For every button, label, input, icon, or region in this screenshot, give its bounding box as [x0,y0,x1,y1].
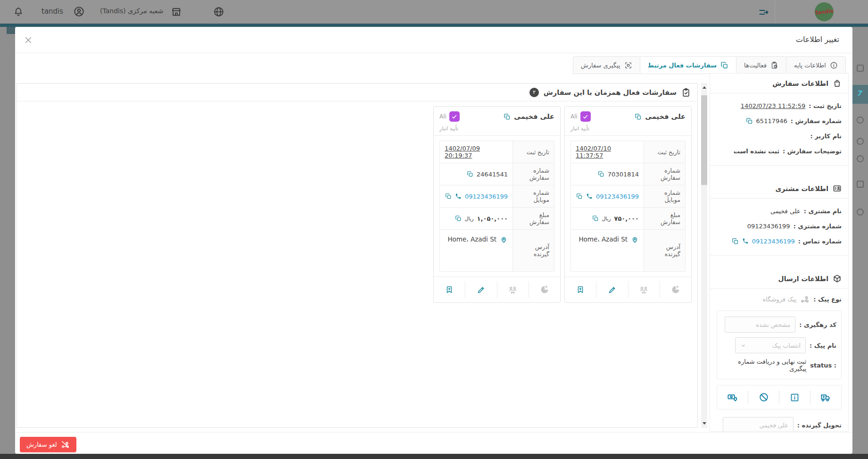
receiver-row: تحویل گیرنده : [710,409,848,432]
copy-icon[interactable] [467,171,473,177]
scooter-cancel-icon [61,440,70,449]
cancel-order-button[interactable]: لغو سفارش [20,437,76,452]
courier-type-value: پیک فروشگاه [763,296,797,303]
order-summary-sidebar: اطلاعات سفارش تاریخ ثبت : 1402/07/23 11:… [710,73,849,432]
globe-icon[interactable] [213,6,224,17]
copy-icon[interactable] [592,215,599,222]
card-actions [434,277,560,302]
package-icon [833,274,842,283]
card-status: تأیید انبار [439,125,554,132]
order-number: 70301814 [608,171,639,178]
courier-details-box: کد رهگیری : نام پیک : انتساب پیک status … [717,310,842,379]
ban-icon[interactable] [748,390,779,404]
footer-divider [15,432,852,433]
copy-icon[interactable] [576,193,583,200]
edit-pencil-icon[interactable] [465,281,497,298]
branch-name: شعبه مرکزی (Tandis) [100,7,163,15]
scrollbar-thumb[interactable] [701,95,707,185]
truck-plus-icon[interactable] [810,390,841,404]
courier-name-select[interactable]: انتساب پیک [735,337,806,353]
heading-text: سفارشات فعال همزمان با این سفارش [544,89,677,96]
order-info-header: اطلاعات سفارش [710,74,848,93]
contact-number-link[interactable]: 09123436199 [752,238,795,245]
modal-header: تغییر اطلاعات [15,27,852,53]
order-amount: ۱,۰۵۰,۰۰۰ [477,215,508,222]
mobile-link[interactable]: 09123436199 [596,193,639,200]
phone-icon[interactable] [742,238,749,244]
tab-activities[interactable]: فعالیت‌ها [736,56,786,74]
bag-icon [833,79,842,88]
pin-icon[interactable] [631,235,639,243]
order-number: 24641541 [477,171,508,178]
agent-check-icon [580,111,591,122]
phone-icon[interactable] [586,193,593,200]
copy-icon[interactable] [598,171,604,177]
top-app-bar: tandis شعبه مرکزی (Tandis) Tandis [0,0,868,24]
card-table: تاریخ ثبت 1402/07/10 11:37:57 شماره سفار… [570,141,686,272]
tandis-logo[interactable]: Tandis [815,2,834,21]
scroll-down-arrow[interactable] [701,420,707,427]
orders-count-badge: ۲ [529,88,539,97]
page-accent-band [0,24,868,27]
bell-icon[interactable] [13,7,24,17]
scooter-icon [800,294,810,304]
card-agent: Ali [570,111,591,122]
copy-icon[interactable] [732,238,739,245]
collapse-sidebar-icon[interactable] [758,7,769,18]
info-circle-icon [830,61,838,69]
money-pin-icon[interactable] [717,390,748,404]
avatar-icon[interactable] [73,6,85,17]
info-square-icon[interactable] [779,390,810,404]
chevron-down-icon [740,342,746,349]
topbar-divider [775,0,775,24]
customer-number: 09123436199 [747,223,790,230]
phone-icon[interactable] [455,193,462,200]
pin-icon[interactable] [500,235,508,243]
modal-title: تغییر اطلاعات [796,35,839,44]
clipboard-clock-icon [770,61,778,69]
bookmark-plus-icon[interactable] [434,281,465,298]
scan-icon [624,61,632,69]
related-orders-panel: سفارشات فعال همزمان با این سفارش ۲ علی ف… [17,83,698,428]
copy-icon[interactable] [504,113,511,120]
card-actions [565,277,691,302]
mobile-link[interactable]: 09123436199 [465,193,508,200]
order-card: علی فخیمی Ali تأیید انبار [433,106,561,303]
customer-info-header: اطلاعات مشتری [710,179,848,199]
discount-pie-icon[interactable] [660,281,691,298]
transfer-customer-icon[interactable] [497,281,529,298]
dimmed-active-menu-item: 7 [852,85,868,104]
related-orders-heading: سفارشات فعال همزمان با این سفارش ۲ [17,83,697,101]
card-customer-name: علی فخیمی [635,113,686,120]
receiver-address: Home، Azadi St [579,235,628,243]
copy-icon[interactable] [455,215,462,222]
tab-order-tracking[interactable]: پیگیری سفارش [573,56,640,74]
bookmark-plus-icon[interactable] [565,281,596,298]
order-date: 1402/07/09 20:19:37 [445,145,508,159]
modal-tabs: اطلاعات پایه فعالیت‌ها سفارشات فعال مرتب… [573,56,846,74]
dimmed-bottom-strip [0,454,868,459]
card-agent: Ali [439,111,460,122]
transfer-customer-icon[interactable] [628,281,660,298]
content-scrollbar[interactable] [701,83,707,428]
clipboard-check-icon [681,88,691,97]
scroll-up-arrow[interactable] [701,84,707,91]
receiver-name-input[interactable] [723,417,794,432]
order-number: 65117946 [756,117,787,125]
copy-icon [720,61,728,69]
store-icon[interactable] [171,6,182,17]
edit-pencil-icon[interactable] [596,281,628,298]
currency-label: ریال [465,216,474,221]
tracking-code-input[interactable] [725,317,795,333]
copy-icon[interactable] [445,193,452,200]
tab-basic-info[interactable]: اطلاعات پایه [786,56,846,74]
order-description: ثبت نشده است [734,148,779,155]
close-icon[interactable] [23,34,34,46]
shipping-status-value: ثبت نهایی و دریافت شماره پیگیری [722,358,806,372]
tab-related-active-orders[interactable]: سفارشات فعال مرتبط [640,56,737,74]
discount-pie-icon[interactable] [529,281,560,298]
dimmed-right-strip: 7 [852,27,868,454]
copy-icon[interactable] [746,117,753,125]
copy-icon[interactable] [635,113,642,120]
dimmed-left-strip [0,27,15,454]
